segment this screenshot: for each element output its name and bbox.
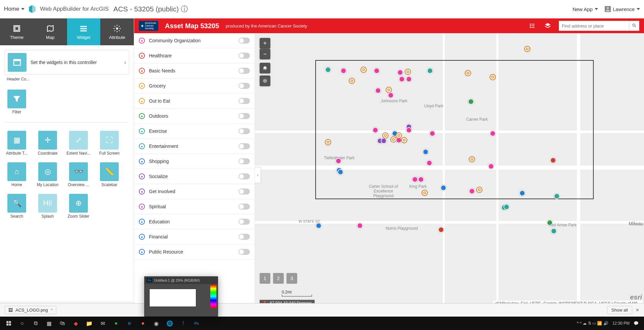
tray-clock[interactable]: 12:30 PM (612, 321, 630, 326)
layer-row[interactable]: ●Grocery (134, 78, 255, 94)
layer-toggle[interactable] (238, 53, 250, 59)
layer-toggle[interactable] (238, 204, 250, 210)
builder-left-panel: Theme Map Widget Attribute Set the widge… (0, 18, 134, 317)
tb-app-1[interactable]: ▦ (42, 317, 56, 330)
wab-logo-icon (28, 5, 37, 13)
widget-overview-[interactable]: 👓Overview ... (66, 162, 91, 187)
layer-row[interactable]: ●Outdoors (134, 109, 255, 124)
tb-edge[interactable]: e (123, 317, 136, 330)
widget-full-screen[interactable]: ⛶Full Screen (97, 131, 121, 156)
page-3[interactable]: 3 (286, 273, 297, 284)
search-input[interactable] (559, 23, 629, 29)
ps-titlebar[interactable]: PsUntitled-1 @ 25% (RGB/8#) (145, 277, 218, 284)
widget-search[interactable]: 🔍Search (5, 194, 29, 219)
zoom-in-button[interactable]: + (260, 38, 270, 49)
svg-rect-9 (14, 59, 20, 61)
page-1[interactable]: 1 (260, 273, 270, 284)
layer-row[interactable]: ●Exercise (134, 124, 255, 139)
layer-row[interactable]: ●Out to Eat (134, 94, 255, 109)
layer-toggle[interactable] (238, 113, 250, 119)
cortana-icon[interactable]: ○ (15, 317, 29, 330)
page-2[interactable]: 2 (273, 273, 284, 284)
download-chip[interactable]: 🖼 ACS_LOGO.png ^ (5, 306, 56, 314)
task-view-icon[interactable]: ⧉ (29, 317, 42, 330)
layer-row[interactable]: ●Education (134, 214, 255, 229)
layers-icon[interactable] (543, 21, 552, 30)
map-home-button[interactable] (260, 63, 270, 73)
tb-app-5[interactable]: f (176, 317, 190, 330)
tb-explorer[interactable]: 📁 (83, 317, 96, 330)
tab-widget[interactable]: Widget (67, 18, 101, 45)
app-header: ✚ AmericanCancerSociety Asset Map 53205 … (134, 18, 644, 33)
layer-toggle[interactable] (238, 83, 250, 89)
layer-toggle[interactable] (238, 219, 250, 225)
tb-app-3[interactable]: ◆ (69, 317, 83, 330)
layer-row[interactable]: ●Shopping (134, 154, 255, 169)
layer-toggle[interactable] (238, 249, 250, 255)
layer-toggle[interactable] (238, 143, 250, 149)
layer-row[interactable]: ●Community Organization (134, 33, 255, 48)
search-button[interactable] (629, 21, 639, 31)
svg-point-21 (633, 24, 635, 26)
tb-app-4[interactable]: 🌐 (163, 317, 176, 330)
new-app-menu[interactable]: New App (573, 6, 598, 12)
tab-theme[interactable]: Theme (0, 18, 34, 45)
layer-toggle[interactable] (238, 128, 250, 134)
layer-row[interactable]: ●Public Resource (134, 244, 255, 260)
system-tray[interactable]: ᴿ ^ ☁ ⇅ ▭ 📶 🔊 12:30 PM 💬 (577, 321, 642, 326)
layer-toggle[interactable] (238, 98, 250, 104)
tray-icons[interactable]: ᴿ ^ ☁ ⇅ ▭ 📶 🔊 (577, 321, 608, 326)
panel-collapse-handle[interactable]: ‹ (255, 167, 261, 183)
tb-spotify[interactable]: ● (109, 317, 123, 330)
map-canvas[interactable]: Johnsons Park Lloyd Park Carver Park Tie… (255, 33, 644, 317)
controller-icon (8, 53, 26, 72)
widget-attribute-t-[interactable]: ▦Attribute T... (5, 131, 29, 156)
widget-splash[interactable]: Hi!Splash (36, 194, 60, 219)
show-all-button[interactable]: Show all (607, 306, 632, 314)
svg-rect-18 (532, 25, 535, 26)
widget-extent-navi-[interactable]: ⤢Extent Navi... (66, 131, 91, 156)
widget-home[interactable]: ⌂Home (5, 162, 29, 187)
layer-toggle[interactable] (238, 38, 250, 44)
widget-zoom-slider[interactable]: ⊕Zoom Slider (66, 194, 91, 219)
svg-rect-16 (532, 24, 535, 24)
widget-coordinate[interactable]: ✛Coordinate (36, 131, 60, 156)
layer-row[interactable]: ●Entertainment (134, 139, 255, 154)
widget-my-location[interactable]: ◎My Location (36, 162, 60, 187)
layer-toggle[interactable] (238, 173, 250, 179)
svg-rect-6 (80, 30, 87, 31)
tb-chrome[interactable]: ◉ (150, 317, 163, 330)
user-menu[interactable]: Lawrence (605, 6, 640, 12)
scalebar: 0.2mi (282, 290, 312, 296)
tab-attribute[interactable]: Attribute (100, 18, 134, 45)
app-map-title: Asset Map 53205 (165, 22, 219, 30)
start-button[interactable] (2, 317, 15, 330)
widget-filter[interactable]: Filter (5, 90, 29, 114)
zoom-out-button[interactable]: − (260, 49, 270, 59)
layer-row[interactable]: ●Get Involved (134, 184, 255, 199)
layer-row[interactable]: ●Financial (134, 229, 255, 244)
layer-toggle[interactable] (238, 234, 250, 240)
map-locate-button[interactable] (260, 75, 270, 86)
close-download-bar[interactable]: ✕ (636, 308, 639, 313)
layer-toggle[interactable] (238, 68, 250, 74)
photoshop-window[interactable]: PsUntitled-1 @ 25% (RGB/8#) (144, 276, 218, 317)
tb-app-2[interactable]: 🛍 (56, 317, 69, 330)
home-menu[interactable]: Home (4, 6, 24, 12)
layer-row[interactable]: ●Basic Needs (134, 63, 255, 78)
layer-row[interactable]: ●Healthcare (134, 48, 255, 63)
tb-firefox[interactable]: ● (136, 317, 150, 330)
svg-rect-26 (6, 324, 8, 326)
tb-mail[interactable]: ✉ (96, 317, 109, 330)
tab-map[interactable]: Map (34, 18, 67, 45)
tb-photoshop[interactable]: Ps (190, 317, 203, 330)
tray-notifications[interactable]: 💬 (634, 321, 639, 326)
layer-toggle[interactable] (238, 188, 250, 195)
layer-row[interactable]: ●Spiritual (134, 199, 255, 214)
legend-icon[interactable] (528, 21, 537, 30)
widget-scalebar[interactable]: 📏Scalebar (97, 162, 121, 187)
layer-row[interactable]: ●Socialize (134, 169, 255, 184)
header-controller-row[interactable]: Set the widgets in this controller › (5, 50, 129, 75)
layer-toggle[interactable] (238, 158, 250, 164)
svg-rect-3 (15, 26, 18, 30)
